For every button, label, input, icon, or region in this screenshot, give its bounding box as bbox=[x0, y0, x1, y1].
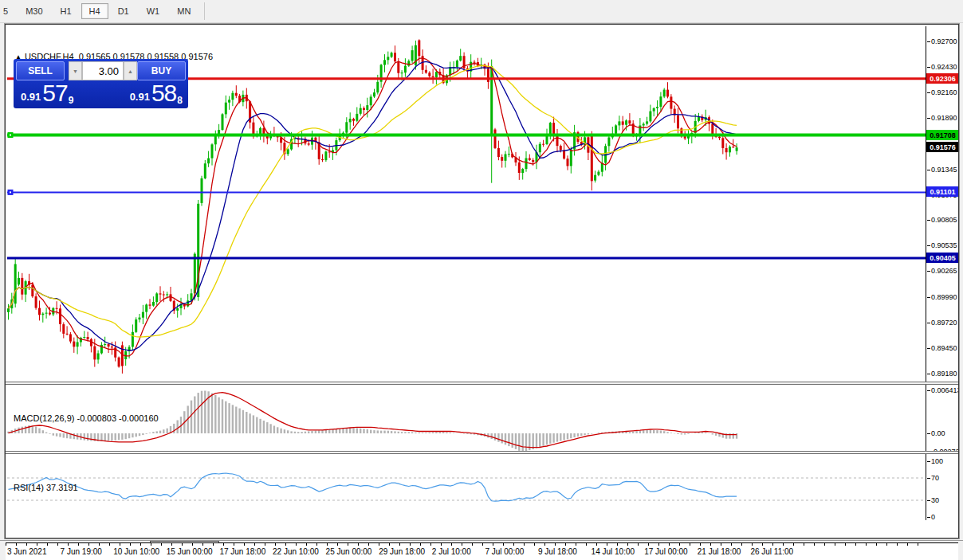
axis-tick-mark bbox=[927, 500, 930, 501]
price-tick-label: 0.89990 bbox=[931, 293, 957, 301]
time-axis-label: 22 Jun 10:00 bbox=[273, 547, 319, 556]
price-badge-0-91708: 0.91708 bbox=[926, 130, 958, 140]
time-axis-label: 3 Jun 2021 bbox=[7, 547, 47, 556]
rsi-label: RSI(14) 37.3191 bbox=[14, 483, 78, 492]
time-axis-label: 29 Jun 18:00 bbox=[379, 547, 425, 556]
axis-tick-mark bbox=[927, 348, 930, 349]
axis-tick-mark bbox=[927, 390, 930, 391]
time-axis-label: 7 Jun 19:00 bbox=[61, 547, 102, 556]
rsi-tick-label: 0 bbox=[931, 513, 935, 520]
axis-tick-mark bbox=[927, 297, 930, 298]
rsi-tick-label: 70 bbox=[931, 474, 939, 482]
timeframe-button-m30[interactable]: M30 bbox=[18, 3, 50, 19]
timeframe-button-5[interactable]: 5 bbox=[0, 3, 16, 19]
price-tick-label: 0.89720 bbox=[931, 319, 957, 327]
price-tick-label: 0.91890 bbox=[931, 114, 957, 122]
time-axis-label: 2 Jul 10:00 bbox=[432, 547, 471, 556]
price-tick-label: 0.91345 bbox=[931, 166, 957, 174]
time-axis-ticks bbox=[6, 543, 924, 546]
time-axis: 3 Jun 20217 Jun 19:0010 Jun 10:0015 Jun … bbox=[6, 542, 958, 560]
time-axis-label: 14 Jul 10:00 bbox=[592, 547, 635, 556]
buy-price-prefix: 0.91 bbox=[130, 92, 150, 102]
volume-increase-icon[interactable]: ▲ bbox=[124, 61, 137, 80]
axis-tick-mark bbox=[927, 170, 930, 170]
time-axis-label: 15 Jun 00:00 bbox=[167, 547, 213, 556]
axis-tick-mark bbox=[927, 118, 930, 119]
timeframe-button-mn[interactable]: MN bbox=[169, 3, 198, 19]
price-badge-0-92306: 0.92306 bbox=[926, 73, 958, 84]
axis-tick-mark bbox=[927, 517, 930, 518]
price-tick-label: 0.89180 bbox=[931, 370, 957, 378]
sell-price-prefix: 0.91 bbox=[21, 92, 41, 102]
axis-tick-mark bbox=[927, 433, 930, 434]
axis-tick-mark bbox=[927, 461, 930, 462]
buy-price-big: 58 bbox=[151, 81, 176, 105]
timeframe-button-w1[interactable]: W1 bbox=[139, 3, 168, 19]
time-axis-label: 17 Jul 00:00 bbox=[644, 547, 688, 556]
timeframe-toolbar: 5M30H1H4D1W1MN bbox=[0, 0, 963, 23]
rsi-splitter[interactable] bbox=[6, 451, 958, 454]
toolbar-separator bbox=[204, 2, 205, 20]
price-badge-0-91101: 0.91101 bbox=[926, 186, 958, 197]
sell-price-sup: 9 bbox=[69, 96, 74, 105]
buy-price[interactable]: 0.91 58 8 bbox=[125, 81, 186, 105]
rsi-tick-label: 30 bbox=[931, 496, 939, 504]
buy-button[interactable]: BUY bbox=[137, 61, 186, 80]
time-axis-label: 25 Jun 00:00 bbox=[326, 547, 372, 556]
time-axis-label: 9 Jul 18:00 bbox=[538, 547, 577, 556]
rsi-tick-label: 100 bbox=[931, 457, 943, 465]
axis-tick-mark bbox=[927, 323, 930, 323]
axis-tick-mark bbox=[927, 478, 930, 479]
price-axis: 0.927000.924300.921600.918900.916150.913… bbox=[926, 26, 958, 520]
sell-price[interactable]: 0.91 57 9 bbox=[16, 81, 77, 105]
macd-tick-label: 0.00 bbox=[931, 429, 945, 437]
price-tick-label: 0.92700 bbox=[931, 37, 957, 45]
axis-tick-mark bbox=[927, 245, 930, 246]
price-badge-0-91576: 0.91576 bbox=[926, 142, 958, 152]
price-badge-0-90405: 0.90405 bbox=[926, 253, 958, 263]
macd-tick-label: 0.006413 bbox=[931, 386, 958, 394]
timeframe-button-h1[interactable]: H1 bbox=[53, 3, 80, 19]
axis-tick-mark bbox=[927, 374, 930, 374]
volume-input[interactable]: 3.00 bbox=[82, 61, 124, 80]
chart-window: ▲USDCHF,H4 0.91565 0.91578 0.91558 0.915… bbox=[5, 24, 959, 538]
time-axis-label: 7 Jul 00:00 bbox=[485, 547, 524, 556]
price-tick-label: 0.92160 bbox=[931, 88, 957, 96]
price-tick-label: 0.90265 bbox=[931, 267, 957, 275]
sell-button[interactable]: SELL bbox=[16, 61, 65, 80]
timeframe-button-d1[interactable]: D1 bbox=[110, 3, 137, 19]
axis-tick-mark bbox=[927, 271, 930, 272]
price-tick-label: 0.90535 bbox=[931, 241, 957, 249]
axis-tick-mark bbox=[927, 41, 930, 42]
price-tick-label: 0.90805 bbox=[931, 216, 957, 224]
axis-tick-mark bbox=[927, 92, 930, 93]
volume-decrease-icon[interactable]: ▼ bbox=[69, 61, 82, 80]
macd-splitter[interactable] bbox=[6, 382, 958, 385]
one-click-trade-panel: SELL ▼ 3.00 ▲ BUY 0.91 57 9 0.91 58 8 bbox=[14, 59, 188, 108]
price-tick-label: 0.92430 bbox=[931, 63, 957, 71]
price-tick-label: 0.89450 bbox=[931, 344, 957, 352]
time-axis-label: 17 Jun 18:00 bbox=[219, 547, 265, 556]
rsi-plot[interactable] bbox=[7, 456, 926, 520]
macd-label: MACD(12,26,9) -0.000803 -0.000160 bbox=[14, 413, 159, 423]
timeframe-button-h4[interactable]: H4 bbox=[81, 3, 108, 19]
time-axis-label: 26 Jul 11:00 bbox=[750, 547, 793, 556]
time-axis-label: 10 Jun 10:00 bbox=[113, 547, 159, 556]
mt4-terminal: 5M30H1H4D1W1MN ▲USDCHF,H4 0.91565 0.9157… bbox=[0, 0, 963, 560]
sell-price-big: 57 bbox=[42, 81, 67, 105]
buy-price-sup: 8 bbox=[177, 96, 183, 105]
axis-tick-mark bbox=[927, 67, 930, 68]
axis-tick-mark bbox=[927, 220, 930, 221]
time-axis-label: 21 Jul 18:00 bbox=[698, 547, 741, 556]
